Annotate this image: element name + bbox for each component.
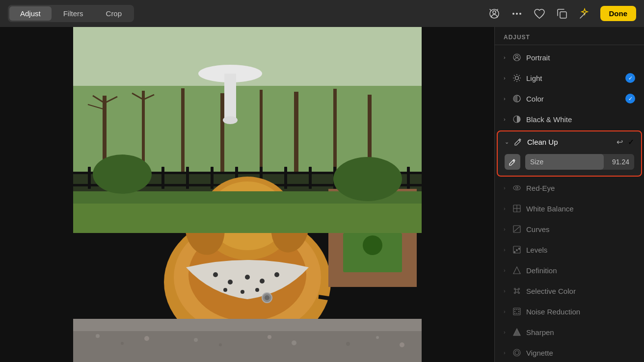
color-icon — [511, 93, 522, 104]
selectivecolor-label: Selective Color — [526, 287, 635, 295]
svg-point-125 — [513, 349, 520, 356]
tab-adjust[interactable]: Adjust — [9, 6, 52, 21]
svg-rect-15 — [333, 89, 337, 174]
svg-rect-106 — [514, 251, 515, 253]
color-check: ✓ — [625, 94, 635, 103]
duplicate-icon[interactable] — [555, 7, 569, 21]
svg-point-1 — [493, 11, 496, 14]
magic-wand-icon[interactable] — [578, 7, 591, 21]
done-button[interactable]: Done — [600, 6, 637, 21]
svg-point-64 — [219, 343, 222, 346]
cleanup-section: ⌄ Clean Up ↩ ✓ Size 91.24 — [497, 130, 642, 177]
chevron-right-icon: › — [504, 185, 510, 191]
adjust-item-redeye[interactable]: › Red-Eye — [497, 178, 642, 198]
sharpen-label: Sharpen — [526, 328, 635, 336]
svg-line-90 — [514, 75, 514, 76]
bw-icon — [511, 114, 522, 125]
svg-point-53 — [274, 272, 279, 277]
svg-point-85 — [515, 77, 519, 80]
adjust-item-levels[interactable]: › Levels — [497, 239, 642, 260]
bw-label: Black & White — [526, 115, 635, 124]
adjust-item-vignette[interactable]: › Vignette — [497, 342, 642, 362]
svg-rect-80 — [73, 204, 422, 233]
vignette-label: Vignette — [526, 349, 635, 357]
levels-label: Levels — [526, 246, 635, 254]
svg-point-67 — [317, 337, 320, 340]
adjust-item-sharpen[interactable]: › Sharpen — [497, 322, 642, 342]
svg-point-66 — [292, 340, 296, 345]
adjust-item-light[interactable]: › Light ✓ — [497, 68, 642, 88]
size-slider[interactable]: Size 91.24 — [525, 154, 634, 170]
undo-icon[interactable]: ↩ — [617, 137, 623, 147]
levels-icon — [511, 244, 522, 255]
photo-area — [0, 27, 494, 362]
svg-point-56 — [255, 288, 259, 292]
svg-rect-33 — [284, 167, 287, 189]
adjust-item-whitebalance[interactable]: › White Balance — [497, 198, 642, 219]
svg-rect-117 — [516, 309, 517, 310]
svg-point-100 — [517, 187, 518, 188]
chevron-right-icon: › — [504, 247, 510, 253]
redeye-icon — [511, 182, 522, 193]
svg-point-81 — [93, 155, 152, 194]
right-panel: ADJUST › Portrait › Light ✓ › Color ✓ — [494, 27, 644, 362]
svg-point-110 — [515, 289, 518, 292]
cleanup-icon — [512, 136, 523, 147]
chevron-right-icon: › — [504, 329, 510, 335]
favorite-icon[interactable] — [533, 7, 546, 21]
main-content: ADJUST › Portrait › Light ✓ › Color ✓ — [0, 27, 644, 362]
cleanup-label: Clean Up — [527, 138, 617, 146]
brush-button[interactable] — [505, 154, 520, 170]
svg-line-6 — [580, 13, 585, 18]
curves-icon — [511, 224, 522, 234]
color-label: Color — [526, 95, 625, 103]
svg-point-69 — [376, 336, 379, 339]
vignette-icon — [511, 347, 522, 358]
svg-rect-38 — [407, 167, 410, 189]
adjust-item-bw[interactable]: › Black & White — [497, 109, 642, 129]
adjust-item-definition[interactable]: › Definition — [497, 260, 642, 281]
size-value: 91.24 — [612, 158, 629, 166]
adjust-item-curves[interactable]: › Curves — [497, 219, 642, 239]
tab-group: Adjust Filters Crop — [8, 5, 134, 22]
toolbar-right: Done — [487, 6, 637, 21]
chevron-right-icon: › — [504, 116, 510, 122]
adjust-item-selectivecolor[interactable]: › Selective Color — [497, 281, 642, 301]
svg-line-93 — [514, 80, 514, 80]
adjust-item-noisereduction[interactable]: › Noise Reduction — [497, 301, 642, 322]
svg-point-3 — [516, 13, 518, 15]
svg-rect-28 — [161, 167, 164, 189]
svg-rect-119 — [514, 311, 515, 312]
svg-rect-25 — [88, 167, 91, 189]
chevron-right-icon: › — [504, 267, 510, 273]
light-check: ✓ — [625, 73, 635, 83]
svg-rect-95 — [513, 95, 517, 102]
portrait-mode-icon[interactable] — [487, 7, 501, 21]
svg-point-65 — [268, 335, 271, 339]
svg-line-92 — [519, 75, 519, 76]
sharpen-icon — [511, 327, 522, 337]
adjust-item-color[interactable]: › Color ✓ — [497, 88, 642, 109]
svg-point-113 — [514, 292, 516, 294]
svg-point-50 — [228, 280, 233, 284]
curves-label: Curves — [526, 225, 635, 233]
tab-crop[interactable]: Crop — [95, 6, 133, 21]
svg-point-61 — [144, 336, 149, 341]
cleanup-header[interactable]: ⌄ Clean Up ↩ ✓ — [498, 131, 641, 152]
more-options-icon[interactable] — [510, 7, 524, 21]
svg-point-4 — [519, 13, 521, 15]
svg-point-82 — [333, 157, 402, 201]
adjust-item-portrait[interactable]: › Portrait — [497, 47, 642, 68]
whitebalance-label: White Balance — [526, 205, 635, 213]
svg-rect-30 — [211, 167, 214, 189]
size-label: Size — [530, 158, 543, 166]
tab-filters[interactable]: Filters — [53, 6, 94, 21]
svg-point-52 — [260, 279, 265, 284]
portrait-icon — [511, 52, 522, 63]
svg-point-55 — [241, 290, 244, 294]
svg-rect-12 — [220, 93, 224, 174]
svg-rect-108 — [518, 248, 520, 250]
chevron-right-icon: › — [504, 288, 510, 294]
noisereduction-label: Noise Reduction — [526, 308, 635, 316]
svg-point-99 — [516, 187, 518, 189]
